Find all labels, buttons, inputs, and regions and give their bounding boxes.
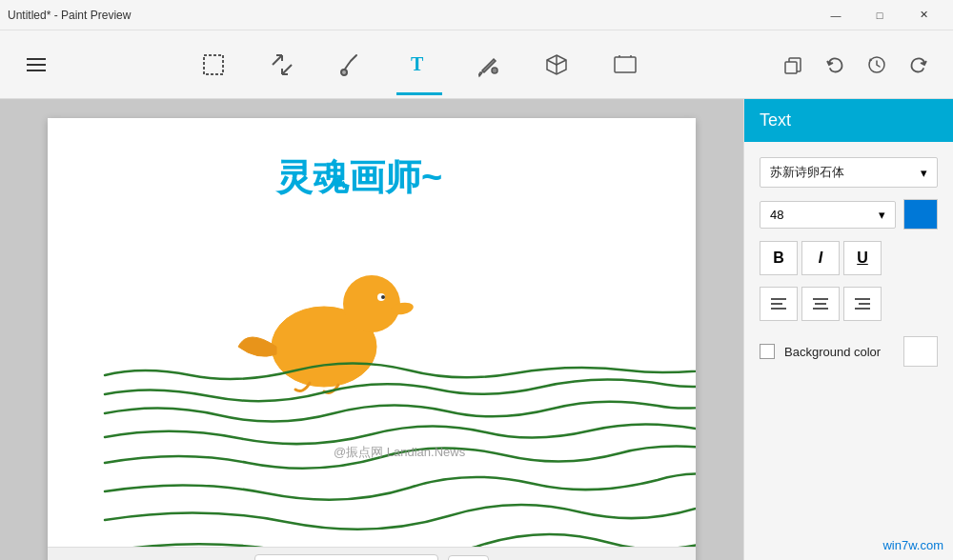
copy-button[interactable] bbox=[774, 46, 812, 84]
align-buttons-row bbox=[760, 287, 938, 321]
svg-point-9 bbox=[343, 275, 400, 332]
svg-point-3 bbox=[492, 68, 497, 73]
resize-icon bbox=[269, 51, 295, 78]
app-title: Untitled* - Paint Preview bbox=[8, 9, 131, 22]
svg-rect-15 bbox=[771, 308, 786, 310]
align-right-icon bbox=[853, 294, 872, 313]
svg-point-11 bbox=[381, 295, 385, 299]
panel-title: Text bbox=[760, 110, 791, 130]
content-area: 灵魂画师~ bbox=[0, 99, 953, 560]
svg-rect-14 bbox=[771, 303, 782, 305]
canvas-icon bbox=[612, 51, 639, 78]
bold-button[interactable]: B bbox=[760, 241, 798, 275]
panel-body: 苏新诗卵石体 ▾ 48 ▾ B I U bbox=[744, 142, 953, 382]
history-icon bbox=[866, 54, 887, 75]
svg-rect-20 bbox=[859, 303, 870, 305]
title-bar-controls: — □ ✕ bbox=[814, 0, 945, 30]
font-family-value: 苏新诗卵石体 bbox=[770, 164, 844, 181]
tool-brush[interactable] bbox=[328, 34, 374, 95]
svg-rect-4 bbox=[615, 57, 636, 72]
canvas-area: 灵魂画师~ bbox=[0, 99, 743, 560]
cube-icon bbox=[543, 51, 570, 78]
menu-button[interactable] bbox=[8, 58, 65, 71]
font-size-value: 48 bbox=[770, 208, 783, 222]
fill-icon bbox=[475, 51, 501, 78]
bg-color-label: Background color bbox=[784, 345, 894, 359]
redo-button[interactable] bbox=[900, 46, 938, 84]
history-button[interactable] bbox=[858, 46, 896, 84]
bottom-bar: 100% — + 2D ▾ bbox=[48, 547, 696, 560]
tool-select-rect[interactable] bbox=[191, 34, 236, 95]
canvas-wrapper[interactable]: 灵魂画师~ bbox=[48, 118, 696, 560]
format-buttons-row: B I U bbox=[760, 241, 938, 275]
align-left-button[interactable] bbox=[760, 287, 798, 321]
font-size-row: 48 ▾ bbox=[760, 199, 938, 230]
minimize-button[interactable]: — bbox=[814, 0, 858, 30]
align-center-button[interactable] bbox=[801, 287, 840, 321]
svg-point-1 bbox=[341, 70, 347, 75]
svg-rect-13 bbox=[771, 298, 786, 300]
font-family-chevron-icon: ▾ bbox=[921, 166, 927, 180]
right-panel: Text 苏新诗卵石体 ▾ 48 ▾ B bbox=[743, 99, 953, 560]
undo-icon bbox=[824, 54, 845, 75]
copy-icon bbox=[782, 54, 803, 75]
title-bar-left: Untitled* - Paint Preview bbox=[8, 9, 131, 22]
brush-icon bbox=[337, 51, 364, 78]
align-left-icon bbox=[769, 294, 788, 313]
svg-rect-21 bbox=[855, 308, 870, 310]
tool-text[interactable]: T bbox=[396, 34, 442, 95]
text-icon: T bbox=[406, 50, 433, 76]
text-color-swatch[interactable] bbox=[903, 199, 938, 230]
redo-icon bbox=[908, 54, 929, 75]
svg-text:T: T bbox=[411, 53, 424, 74]
toolbar-tools: T bbox=[65, 34, 774, 95]
tool-canvas[interactable] bbox=[602, 34, 648, 95]
toolbar-right bbox=[774, 46, 938, 84]
svg-rect-19 bbox=[855, 298, 870, 300]
hamburger-icon bbox=[27, 58, 46, 71]
canvas-title-text: 灵魂画师~ bbox=[274, 157, 442, 197]
zoom-controls: 100% — + bbox=[254, 554, 438, 561]
panel-header: Text bbox=[744, 99, 953, 142]
canvas-watermark: @振点网 Landian.News bbox=[334, 445, 466, 459]
svg-rect-16 bbox=[813, 298, 828, 300]
svg-rect-17 bbox=[815, 303, 826, 305]
align-center-icon bbox=[811, 294, 830, 313]
drawing-canvas: 灵魂画师~ bbox=[48, 118, 696, 560]
close-button[interactable]: ✕ bbox=[902, 0, 945, 30]
undo-button[interactable] bbox=[816, 46, 854, 84]
toolbar: T bbox=[0, 30, 953, 99]
select-rect-icon bbox=[200, 51, 227, 78]
app-body: T bbox=[0, 30, 953, 560]
bg-color-swatch[interactable] bbox=[903, 336, 938, 367]
tool-3d[interactable] bbox=[534, 34, 579, 95]
bg-color-row: Background color bbox=[760, 336, 938, 367]
tool-resize[interactable] bbox=[259, 34, 305, 95]
italic-button[interactable]: I bbox=[801, 241, 840, 275]
underline-button[interactable]: U bbox=[843, 241, 882, 275]
svg-rect-6 bbox=[785, 62, 797, 73]
svg-rect-18 bbox=[813, 308, 828, 310]
view-mode-select[interactable]: 2D ▾ bbox=[448, 555, 489, 561]
tool-fill[interactable] bbox=[465, 34, 511, 95]
title-bar: Untitled* - Paint Preview — □ ✕ bbox=[0, 0, 953, 30]
font-size-input[interactable]: 48 ▾ bbox=[760, 201, 896, 229]
svg-rect-0 bbox=[204, 55, 223, 74]
font-size-chevron-icon: ▾ bbox=[879, 208, 885, 222]
maximize-button[interactable]: □ bbox=[858, 0, 902, 30]
bg-color-checkbox[interactable] bbox=[760, 344, 775, 359]
font-family-select[interactable]: 苏新诗卵石体 ▾ bbox=[760, 157, 938, 188]
align-right-button[interactable] bbox=[843, 287, 882, 321]
